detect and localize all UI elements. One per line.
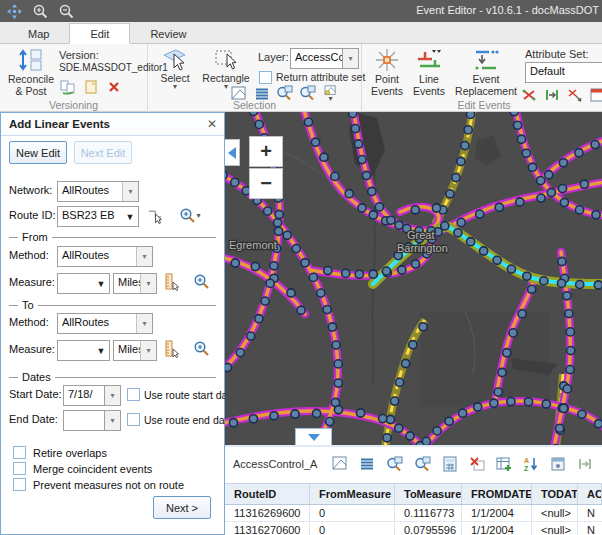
reconcile-post-button[interactable]: Reconcile & Post [4,47,58,97]
to-units-combo[interactable]: Miles ▾ [113,340,157,361]
tab-edit[interactable]: Edit [69,23,130,44]
table-move-event-icon[interactable] [577,456,593,473]
version-label: Version: [59,49,99,61]
line-events-button[interactable]: Line Events [409,47,449,97]
use-route-start-date-checkbox[interactable] [127,388,140,401]
merge-events-icon[interactable] [566,86,583,103]
table-options-icon[interactable] [359,456,375,473]
attribute-set-combo[interactable]: Default [525,62,602,83]
event-replacement-button[interactable]: Event Replacement [451,47,521,97]
col-tomeasure[interactable]: ToMeasure [395,484,462,504]
panel-header: Add Linear Events ✕ [1,113,224,136]
select-dropdown-caret[interactable]: ▾ [173,84,177,90]
collapse-table-button[interactable] [295,428,332,445]
retire-overlaps-checkbox[interactable] [13,446,26,459]
selection-group-label: Selection [148,99,361,111]
zoom-in-icon[interactable] [32,3,49,20]
to-measure-ruler-icon[interactable] [163,340,180,357]
rectangle-select-button[interactable]: Rectangle ▾ [200,46,252,90]
start-date-combo[interactable]: 7/18/ [63,385,107,406]
col-frommeasure[interactable]: FromMeasure [310,484,395,504]
tab-map[interactable]: Map [8,24,69,43]
point-events-icon [374,47,400,73]
map-view[interactable]: Egremont Great Barrington + − [225,112,602,445]
return-attribute-set-checkbox[interactable] [259,71,272,84]
to-section-separator: To [9,299,216,311]
network-combo-arrow[interactable]: ▾ [122,182,138,201]
end-date-combo[interactable] [63,410,107,431]
dates-section-separator: Dates [9,371,216,383]
to-measure-combo[interactable]: ▼ [57,340,110,361]
route-id-label: Route ID: [9,209,55,221]
to-method-combo[interactable]: AllRoutes ▾ [57,313,153,334]
select-button[interactable]: Select ▾ [154,46,196,90]
layer-combo-arrow[interactable]: ▾ [342,48,359,69]
window-title: Event Editor - v10.6.1 - docMassDOT [416,4,599,16]
collapse-panel-left-button[interactable] [225,139,240,166]
event-attributes-window-icon[interactable] [589,86,602,103]
map-zoom-in-button[interactable]: + [249,136,283,167]
col-fromdate[interactable]: FROMDATE [462,484,532,504]
network-label: Network: [9,184,52,196]
table-review-icon[interactable] [550,456,566,473]
edit-events-group-label: Edit Events [424,99,544,111]
network-combo[interactable]: AllRoutes ▾ [57,181,139,202]
select-tool-icon [162,46,188,72]
new-version-icon[interactable] [82,78,99,95]
table-select-features-icon[interactable] [332,456,348,473]
table-toolbar: AccessControl_A AZ [225,447,602,481]
table-pan-to-selected-icon[interactable] [414,456,431,473]
layer-label: Layer: [258,51,289,63]
point-events-button[interactable]: Point Events [367,47,407,97]
from-method-combo[interactable]: AllRoutes ▾ [57,246,153,267]
col-todate[interactable]: TODATE [532,484,578,504]
rectangle-dropdown-caret[interactable]: ▾ [224,84,228,90]
route-locator-zoom-icon[interactable]: ▾ [177,207,203,224]
table-layer-name: AccessControl_A [233,458,317,470]
table-calculator-icon[interactable] [442,456,458,473]
to-measure-label: Measure: [9,343,55,355]
col-accesscontrol[interactable]: AC [578,484,602,504]
close-icon[interactable]: ✕ [207,117,217,131]
table-add-record-icon[interactable] [496,456,512,473]
ribbon-tabs: Map Edit Review [0,22,602,44]
return-attribute-set-label: Return attribute set [276,71,365,83]
tab-review[interactable]: Review [130,24,206,43]
from-measure-label: Measure: [9,276,55,288]
start-date-combo-arrow[interactable]: ▾ [104,385,121,406]
table-row[interactable]: 11316270600 0 0.0795596 1/1/2004 <null> … [225,522,602,535]
use-route-end-date-checkbox[interactable] [127,413,140,426]
line-events-icon [415,47,443,73]
down-arrow-icon [308,434,320,441]
merge-coincident-checkbox[interactable] [13,462,26,475]
merge-coincident-label: Merge coincident events [33,463,152,475]
table-row[interactable]: 11316269600 0 0.1116773 1/1/2004 <null> … [225,505,602,522]
route-id-combo[interactable]: BSR23 EB ▼ [57,206,139,227]
zoom-out-icon[interactable] [58,3,75,20]
route-id-combo-arrow[interactable]: ▼ [122,207,138,226]
move-event-icon[interactable] [543,86,560,103]
delete-version-icon[interactable] [105,78,122,95]
add-linear-events-panel: Add Linear Events ✕ New Edit Next Edit N… [0,112,225,535]
new-edit-button[interactable]: New Edit [9,141,67,164]
pan-icon[interactable] [6,3,23,20]
from-units-combo[interactable]: Miles ▾ [113,273,157,294]
end-date-combo-arrow[interactable]: ▾ [104,410,121,431]
prevent-measures-checkbox[interactable] [13,478,26,491]
table-sort-icon[interactable]: AZ [523,456,539,473]
table-clear-selection-icon[interactable] [469,456,485,473]
col-routeid[interactable]: RouteID [225,484,310,504]
attribute-table-panel: AccessControl_A AZ [225,445,602,535]
select-route-on-map-icon[interactable] [147,207,164,224]
table-header-row: RouteID FromMeasure ToMeasure FROMDATE T… [225,483,602,505]
to-measure-zoom-icon[interactable] [193,340,210,357]
group-versioning: Reconcile & Post Version: SDE.MASSDOT_ed… [0,44,148,112]
next-button[interactable]: Next > [153,496,211,519]
from-measure-ruler-icon[interactable] [163,273,180,290]
compare-versions-icon[interactable] [59,78,76,95]
from-measure-zoom-icon[interactable] [193,273,210,290]
map-zoom-out-button[interactable]: − [249,168,283,199]
table-zoom-to-selected-icon[interactable] [386,456,403,473]
next-edit-button[interactable]: Next Edit [74,141,132,164]
from-measure-combo[interactable]: ▼ [57,273,110,294]
